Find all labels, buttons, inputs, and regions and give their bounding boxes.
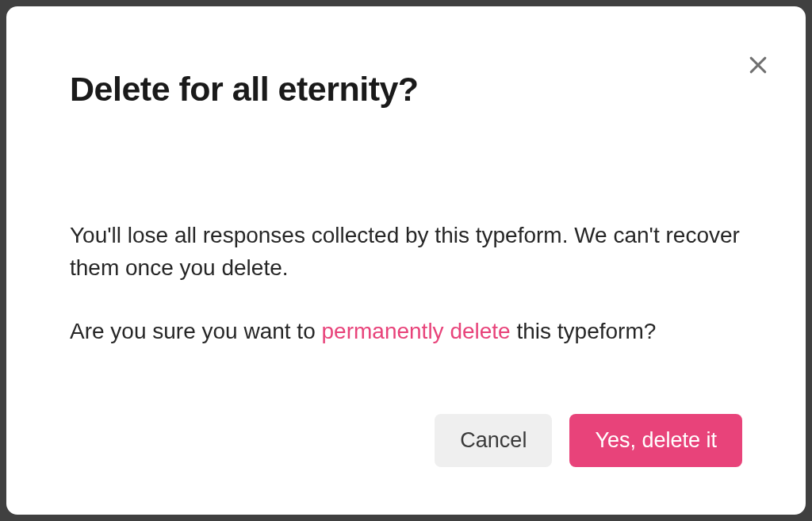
- cancel-button[interactable]: Cancel: [435, 414, 552, 467]
- confirm-highlight: permanently delete: [322, 319, 511, 343]
- modal-title: Delete for all eternity?: [70, 70, 742, 109]
- modal-warning-text: You'll lose all responses collected by t…: [70, 220, 742, 284]
- modal-body: You'll lose all responses collected by t…: [70, 220, 742, 348]
- modal-footer: Cancel Yes, delete it: [70, 382, 742, 467]
- confirm-prefix: Are you sure you want to: [70, 319, 322, 343]
- delete-confirmation-modal: Delete for all eternity? You'll lose all…: [6, 6, 806, 515]
- close-button[interactable]: [742, 50, 774, 82]
- confirm-suffix: this typeform?: [511, 319, 657, 343]
- confirm-delete-button[interactable]: Yes, delete it: [569, 414, 742, 467]
- modal-confirm-question: Are you sure you want to permanently del…: [70, 316, 742, 348]
- close-icon: [746, 53, 770, 79]
